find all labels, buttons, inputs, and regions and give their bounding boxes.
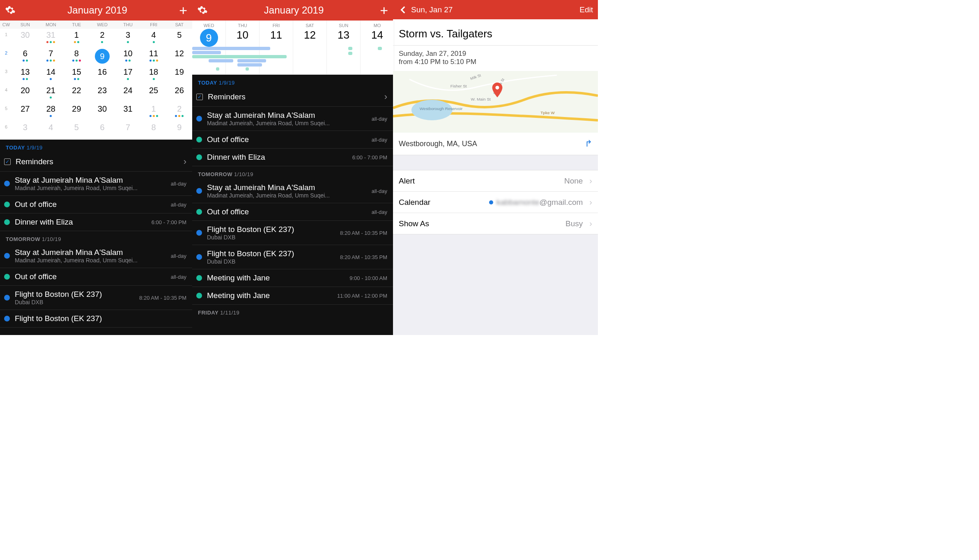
day-cell[interactable]: 27 — [12, 103, 38, 117]
agenda-row[interactable]: Meeting with Jane9:00 - 10:00 AM — [192, 269, 393, 287]
day-cell[interactable]: 30 — [90, 103, 115, 117]
day-cell[interactable]: 4 — [141, 29, 167, 44]
day-cell[interactable]: 14 — [38, 66, 64, 80]
day-cell[interactable]: 28 — [38, 103, 64, 117]
week-day-column[interactable]: SUN13 — [327, 21, 361, 74]
agenda-row[interactable]: Meeting with Jane11:00 AM - 12:00 PM — [192, 287, 393, 305]
agenda-row[interactable]: Out of officeall-day — [192, 131, 393, 149]
checkbox-icon[interactable]: ✓ — [196, 94, 203, 100]
day-cell[interactable]: 20 — [12, 84, 38, 99]
day-cell[interactable]: 7 — [38, 47, 64, 62]
agenda-row[interactable]: Dinner with Eliza6:00 - 7:00 PM — [192, 149, 393, 166]
agenda-row[interactable]: Stay at Jumeirah Mina A'SalamMadinat Jum… — [192, 179, 393, 203]
month-grid: 1303112345267891011123131415161718194202… — [0, 29, 192, 140]
alert-row[interactable]: Alert None › — [393, 170, 598, 192]
day-cell[interactable]: 8 — [64, 47, 90, 62]
day-cell[interactable]: 29 — [64, 103, 90, 117]
agenda-row[interactable]: Flight to Boston (EK 237)Dubai DXB8:20 A… — [0, 286, 192, 310]
header-title[interactable]: January 2019 — [67, 5, 127, 16]
day-cell[interactable]: 21 — [38, 84, 64, 99]
map-pin-icon — [492, 83, 503, 97]
agenda-row[interactable]: Flight to Boston (EK 237)Dubai DXB8:20 A… — [192, 245, 393, 269]
day-cell[interactable]: 1 — [141, 103, 167, 117]
settings-icon[interactable] — [197, 5, 208, 16]
calendar-row[interactable]: Calendar kabbamonte@gmail.com › — [393, 192, 598, 213]
agenda-list[interactable]: TODAY 1/9/19✓Reminders›Stay at Jumeirah … — [192, 75, 393, 335]
day-cell[interactable]: 18 — [141, 66, 167, 80]
day-cell[interactable]: 25 — [141, 84, 167, 99]
day-cell[interactable]: 3 — [12, 121, 38, 136]
week-day-column[interactable]: SAT12 — [293, 21, 327, 74]
header: January 2019 + — [192, 0, 393, 21]
event-color-dot — [196, 230, 202, 236]
add-event-icon[interactable]: + — [179, 3, 187, 17]
day-cell[interactable]: 9 — [90, 47, 115, 67]
svg-text:Fisher St: Fisher St — [450, 84, 467, 88]
agenda-row[interactable]: ✓Reminders› — [192, 87, 393, 107]
header-title[interactable]: January 2019 — [264, 5, 324, 16]
svg-text:W. Main St: W. Main St — [471, 97, 491, 101]
agenda-row[interactable]: Flight to Boston (EK 237)Dubai DXB8:20 A… — [192, 221, 393, 245]
day-cell[interactable]: 19 — [166, 66, 192, 80]
day-cell[interactable]: 2 — [90, 29, 115, 44]
day-cell[interactable]: 31 — [38, 29, 64, 44]
day-cell[interactable]: 6 — [12, 47, 38, 62]
agenda-row[interactable]: Stay at Jumeirah Mina A'SalamMadinat Jum… — [0, 244, 192, 268]
agenda-row[interactable]: Out of officeall-day — [0, 196, 192, 213]
map[interactable]: Westborough Reservoir Fisher St W. Main … — [393, 71, 598, 133]
week-day-column[interactable]: MO14 — [361, 21, 394, 74]
agenda-row[interactable]: Out of officeall-day — [0, 268, 192, 286]
location-row[interactable]: Westborough, MA, USA ↱ — [393, 133, 598, 155]
showas-row[interactable]: Show As Busy › — [393, 213, 598, 234]
checkbox-icon[interactable]: ✓ — [4, 158, 11, 165]
day-cell[interactable]: 1 — [64, 29, 90, 44]
day-cell[interactable]: 30 — [12, 29, 38, 44]
agenda-row[interactable]: Flight to Boston (EK 237) — [0, 310, 192, 328]
directions-icon[interactable]: ↱ — [585, 138, 592, 149]
day-cell[interactable]: 8 — [141, 121, 167, 136]
event-date: Sunday, Jan 27, 2019 from 4:10 PM to 5:1… — [393, 46, 598, 71]
add-event-icon[interactable]: + — [380, 3, 388, 17]
svg-text:Westborough Reservoir: Westborough Reservoir — [420, 106, 463, 111]
event-color-dot — [4, 295, 10, 301]
pane-month-view: January 2019 + CW SUN MON TUE WED THU FR… — [0, 0, 192, 335]
event-color-dot — [4, 181, 10, 186]
day-cell[interactable]: 15 — [64, 66, 90, 80]
event-title: Storm vs. Tailgaters — [393, 19, 598, 46]
day-cell[interactable]: 22 — [64, 84, 90, 99]
day-cell[interactable]: 3 — [115, 29, 141, 44]
agenda-row[interactable]: Stay at Jumeirah Mina A'SalamMadinat Jum… — [192, 107, 393, 131]
day-cell[interactable]: 7 — [115, 121, 141, 136]
event-color-dot — [196, 137, 202, 142]
day-cell[interactable]: 24 — [115, 84, 141, 99]
agenda-row[interactable]: ✓Reminders› — [0, 152, 192, 172]
day-cell[interactable]: 13 — [12, 66, 38, 80]
day-cell[interactable]: 23 — [90, 84, 115, 99]
day-cell[interactable]: 10 — [115, 47, 141, 62]
day-cell[interactable]: 6 — [90, 121, 115, 136]
month-weekday-header: CW SUN MON TUE WED THU FRI SAT — [0, 21, 192, 29]
agenda-list[interactable]: TODAY 1/9/19✓Reminders›Stay at Jumeirah … — [0, 140, 192, 335]
agenda-row[interactable]: Out of officeall-day — [192, 203, 393, 221]
header: January 2019 + — [0, 0, 192, 21]
settings-icon[interactable] — [5, 5, 16, 16]
edit-button[interactable]: Edit — [579, 5, 593, 14]
week-strip[interactable]: WED9THU10FRI11SAT12SUN13MO14 — [192, 21, 393, 75]
agenda-row[interactable]: Dinner with Eliza6:00 - 7:00 PM — [0, 213, 192, 231]
day-cell[interactable]: 31 — [115, 103, 141, 117]
back-button[interactable]: Sun, Jan 27 — [398, 5, 453, 15]
day-cell[interactable]: 2 — [166, 103, 192, 117]
day-cell[interactable]: 4 — [38, 121, 64, 136]
day-cell[interactable]: 17 — [115, 66, 141, 80]
day-cell[interactable]: 5 — [166, 29, 192, 44]
chevron-right-icon: › — [384, 92, 387, 102]
day-cell[interactable]: 26 — [166, 84, 192, 99]
cw-label: CW — [0, 22, 12, 27]
day-cell[interactable]: 16 — [90, 66, 115, 80]
day-cell[interactable]: 5 — [64, 121, 90, 136]
chevron-right-icon: › — [589, 197, 592, 207]
day-cell[interactable]: 12 — [166, 47, 192, 62]
agenda-row[interactable]: Stay at Jumeirah Mina A'SalamMadinat Jum… — [0, 172, 192, 196]
day-cell[interactable]: 9 — [166, 121, 192, 136]
day-cell[interactable]: 11 — [141, 47, 167, 62]
